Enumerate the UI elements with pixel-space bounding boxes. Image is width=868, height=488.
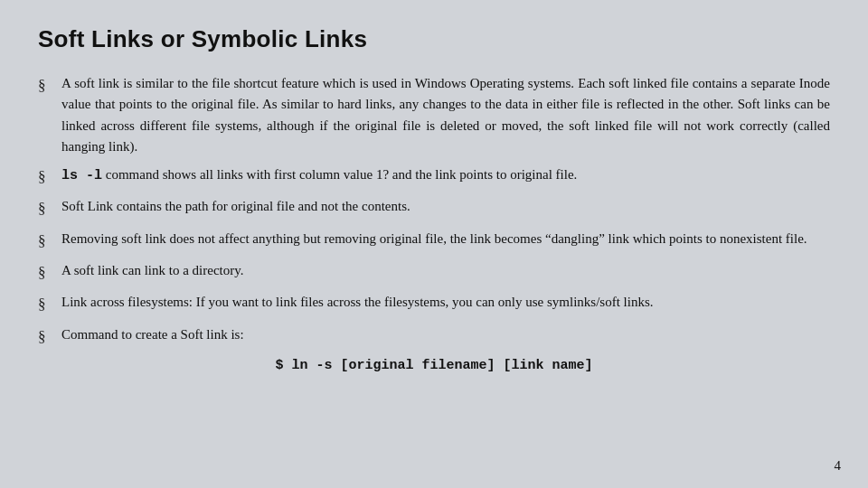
list-item: § Link across filesystems: If you want t… [38,292,830,316]
bullet-text: Link across filesystems: If you want to … [61,292,830,313]
slide-number: 4 [835,458,842,474]
bullet-text: A soft link can link to a directory. [61,260,830,281]
bullet-text: Removing soft link does not affect anyth… [61,229,830,249]
bullet-icon: § [38,74,58,98]
bullet-icon: § [38,261,58,285]
list-item: § Removing soft link does not affect any… [38,229,830,253]
bullet-icon: § [38,325,58,349]
list-item: § Soft Link contains the path for origin… [38,196,830,221]
list-item: § ls -l command shows all links with fir… [38,164,830,189]
list-item: § A soft link can link to a directory. [38,260,830,285]
slide-title: Soft Links or Symbolic Links [38,25,830,53]
bullet-icon: § [38,293,58,316]
bullet-text: A soft link is similar to the file short… [61,73,830,157]
content-list: § A soft link is similar to the file sho… [38,73,830,349]
bullet-icon: § [38,197,58,221]
command-text: $ ln -s [original filename] [link name] [38,358,830,373]
bullet-text: Command to create a Soft link is: [61,324,830,345]
bullet-text: ls -l command shows all links with first… [61,164,830,186]
bullet-icon: § [38,230,58,253]
list-item: § Command to create a Soft link is: [38,324,830,349]
bullet-text: Soft Link contains the path for original… [61,196,830,217]
bullet-icon: § [38,165,58,189]
slide: Soft Links or Symbolic Links § A soft li… [0,0,868,488]
list-item: § A soft link is similar to the file sho… [38,73,830,157]
